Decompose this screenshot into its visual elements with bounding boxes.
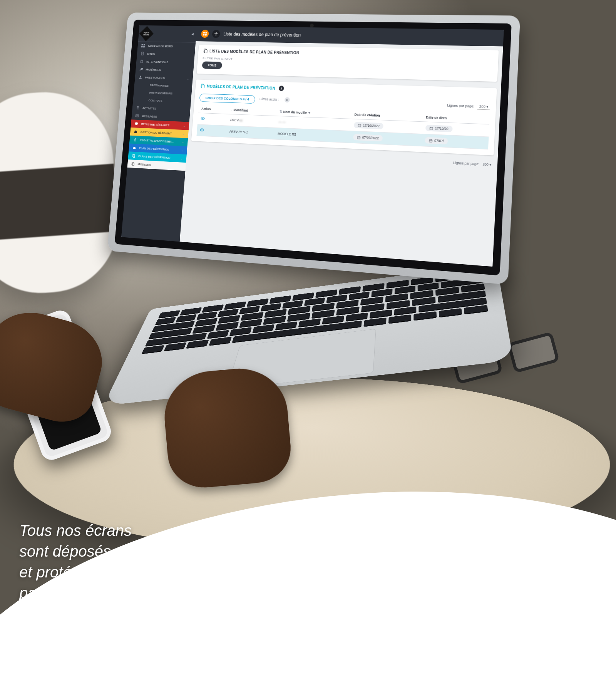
svg-rect-27	[358, 124, 361, 127]
svg-rect-4	[141, 52, 144, 55]
cell-identifiant: PREV-REG-1	[226, 126, 275, 139]
laptop: registresécurité ◀ TABLEAU DE BORDSITESI…	[100, 12, 508, 443]
sidebar-item-label: REGISTRE D'ACCESSIBI...	[140, 138, 174, 143]
svg-rect-25	[202, 85, 204, 88]
sidebar-collapse-icon[interactable]: ◀	[191, 32, 194, 36]
laptop-lid: registresécurité ◀ TABLEAU DE BORDSITESI…	[107, 12, 520, 284]
list-icon	[136, 106, 140, 110]
svg-rect-19	[205, 32, 207, 34]
svg-rect-8	[142, 54, 143, 54]
svg-rect-10	[141, 60, 142, 60]
svg-rect-9	[141, 60, 143, 63]
filter-all-chip[interactable]: TOUS	[202, 61, 222, 69]
svg-rect-15	[133, 155, 135, 158]
sidebar-item-label: REGISTRE SÉCURITÉ	[141, 122, 169, 127]
table-count-badge: 2	[279, 86, 284, 91]
sidebar-item-label: INTERLOCUTEURS	[149, 91, 172, 95]
sidebar-item-label: CONTRATS	[148, 99, 162, 102]
svg-rect-31	[429, 139, 432, 142]
access-icon	[133, 138, 137, 142]
sidebar-item-label: SITES	[147, 52, 155, 55]
building-icon	[140, 52, 144, 55]
cell-date-dern: 07/07/	[421, 134, 489, 149]
sidebar-item-label: GESTION DU BÂTIMENT	[140, 130, 172, 135]
plus-icon	[214, 32, 218, 36]
sidebar-item-label: ACTIVITÉS	[142, 106, 157, 110]
sidebar-item-label: PLANS DE PRÉVENTION	[138, 154, 171, 159]
svg-rect-0	[141, 44, 143, 45]
helmet-icon	[132, 146, 136, 149]
rows-per-page-select-bottom[interactable]: 200 ▾	[482, 162, 492, 167]
app-screen: registresécurité ◀ TABLEAU DE BORDSITESI…	[121, 25, 504, 267]
sidebar-item-label: MODÈLES	[137, 163, 151, 167]
sidebar-item-label: MATÉRIELS	[146, 68, 161, 71]
svg-rect-28	[430, 127, 433, 130]
sidebar-item-label: INTERVENTIONS	[146, 60, 168, 64]
table-card: MODÈLES DE PLAN DE PRÉVENTION 2 CHOIX DE…	[191, 79, 497, 155]
copy-icon	[203, 49, 208, 53]
svg-rect-20	[203, 34, 205, 35]
copy-icon	[200, 84, 205, 88]
svg-rect-23	[204, 50, 207, 53]
svg-rect-1	[144, 44, 145, 45]
grid-icon	[203, 32, 208, 36]
copy-icon	[131, 162, 135, 166]
clipboard-icon	[140, 60, 144, 64]
svg-rect-21	[205, 34, 207, 36]
topbar: Liste des modèles de plan de prévention	[196, 26, 504, 47]
mail-icon	[135, 114, 139, 118]
svg-point-26	[202, 118, 203, 119]
filter-card: LISTE DES MODÈLES DE PLAN DE PRÉVENTION …	[197, 45, 499, 82]
rows-per-page-select-top[interactable]: 200 ▾	[477, 103, 490, 110]
models-table: Action ↓Identifiant ⇅Nom du modèle ▼ Dat…	[196, 105, 490, 150]
sidebar-item-label: TABLEAU DE BORD	[147, 44, 173, 48]
filters-active-count: 0	[285, 97, 290, 102]
wrench-icon	[139, 67, 143, 71]
webcam	[310, 23, 314, 27]
sidebar-item-label: PRESTATAIRES	[145, 76, 165, 80]
svg-rect-3	[143, 46, 145, 48]
topbar-title: Liste des modèles de plan de prévention	[223, 32, 301, 38]
view-row-icon[interactable]	[199, 129, 204, 133]
svg-rect-18	[203, 32, 205, 34]
svg-rect-2	[141, 46, 143, 47]
cell-date-creation: 07/07/2022	[350, 131, 422, 146]
filter-by-status-label: FILTRE PAR STATUT	[203, 57, 492, 66]
panel-heading-text: LISTE DES MODÈLES DE PLAN DE PRÉVENTION	[209, 49, 300, 55]
svg-point-29	[201, 129, 203, 131]
docs-icon	[132, 154, 136, 158]
svg-rect-6	[142, 53, 143, 53]
svg-point-13	[135, 138, 136, 139]
svg-rect-17	[132, 163, 134, 166]
laptop-deck	[103, 263, 514, 406]
grid-icon	[141, 44, 145, 47]
shield-icon	[134, 122, 139, 126]
view-row-icon[interactable]	[201, 117, 205, 121]
svg-rect-7	[142, 54, 142, 54]
svg-rect-30	[357, 136, 360, 139]
col-action[interactable]: Action	[198, 105, 228, 114]
svg-point-11	[140, 76, 141, 77]
columns-choice-button[interactable]: CHOIX DES COLONNES 4 / 4	[199, 94, 256, 104]
right-hand	[161, 365, 294, 491]
table-heading-text: MODÈLES DE PLAN DE PRÉVENTION	[207, 84, 276, 90]
sidebar-brand: registresécurité ◀	[138, 25, 197, 43]
brand-logo: registresécurité	[139, 26, 154, 41]
sidebar-item-label: PLAN DE PRÉVENTION	[139, 146, 169, 151]
home-icon	[134, 130, 138, 134]
sidebar-item-label: PRESTATAIRES	[150, 84, 169, 87]
svg-rect-5	[142, 53, 142, 53]
user-icon	[138, 76, 142, 79]
svg-rect-14	[132, 154, 134, 157]
rows-per-page-label-bottom: Lignes par page:	[453, 161, 479, 166]
sidebar-item-label: MESSAGES	[142, 114, 157, 118]
filters-active-label: Filtres actifs :	[259, 97, 279, 101]
main-area: Liste des modèles de plan de prévention …	[180, 26, 504, 267]
topbar-add-button[interactable]	[212, 30, 221, 38]
rows-per-page-label-top: Lignes par page:	[447, 103, 474, 108]
topbar-grid-button[interactable]	[201, 30, 209, 38]
